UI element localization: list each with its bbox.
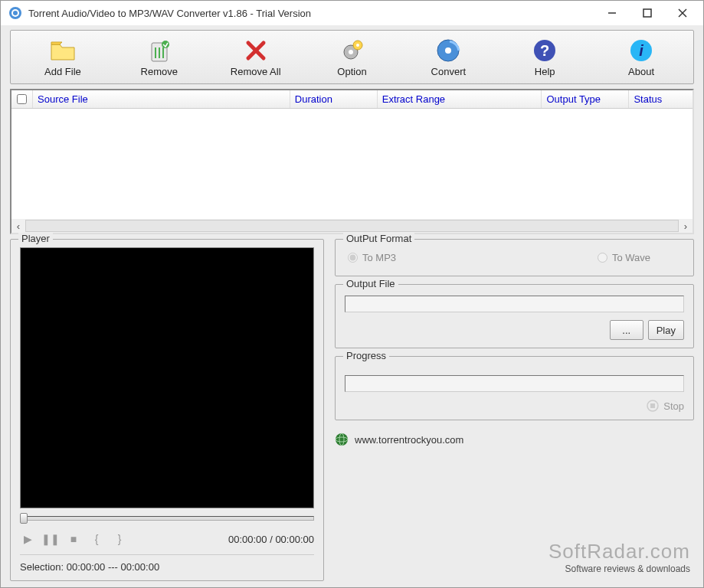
close-button[interactable]: [665, 2, 700, 24]
progress-bar: [345, 375, 684, 392]
seek-slider[interactable]: [20, 513, 314, 524]
output-file-panel: Output File ... Play: [335, 284, 694, 348]
gear-icon: [339, 37, 366, 64]
help-icon: ?: [531, 37, 558, 64]
pause-button[interactable]: ❚❚: [43, 531, 58, 547]
progress-legend: Progress: [343, 350, 389, 361]
select-all-checkbox[interactable]: [11, 90, 33, 108]
progress-panel: Progress Stop: [335, 356, 694, 420]
toolbar: Add File Remove Remove All Option Conver…: [10, 30, 694, 84]
titlebar: Torrent Audio/Video to MP3/WAV Converter…: [1, 1, 703, 25]
app-icon: [8, 6, 22, 20]
svg-point-2: [13, 11, 18, 15]
about-button[interactable]: i About: [597, 34, 686, 80]
svg-text:i: i: [639, 42, 643, 59]
scroll-right-icon[interactable]: ›: [679, 219, 693, 233]
mark-in-button[interactable]: {: [89, 531, 104, 547]
column-source[interactable]: Source File: [33, 90, 290, 108]
globe-icon: [335, 433, 349, 446]
svg-rect-22: [650, 403, 655, 408]
window-title: Torrent Audio/Video to MP3/WAV Converter…: [27, 8, 594, 19]
play-button[interactable]: ▶: [20, 531, 35, 547]
add-file-button[interactable]: Add File: [18, 34, 107, 80]
output-file-legend: Output File: [343, 278, 398, 289]
output-format-legend: OutPut Format: [343, 233, 414, 244]
selection-display: Selection: 00:00:00 --- 00:00:00: [20, 554, 314, 573]
svg-rect-4: [643, 9, 651, 17]
column-range[interactable]: Extract Range: [378, 90, 542, 108]
svg-point-23: [336, 433, 348, 446]
scroll-left-icon[interactable]: ‹: [11, 219, 25, 233]
x-icon: [242, 37, 270, 64]
svg-point-16: [445, 47, 451, 54]
list-body[interactable]: [11, 109, 693, 219]
mark-out-button[interactable]: }: [112, 531, 127, 547]
remove-button[interactable]: Remove: [115, 34, 204, 80]
option-button[interactable]: Option: [308, 34, 397, 80]
column-duration[interactable]: Duration: [290, 90, 378, 108]
play-output-button[interactable]: Play: [648, 320, 684, 340]
footer: www.torrentrockyou.com: [335, 433, 694, 446]
svg-point-12: [349, 50, 353, 54]
radio-wave[interactable]: To Wave: [598, 252, 650, 263]
column-output-type[interactable]: Output Type: [542, 90, 629, 108]
stop-playback-button[interactable]: ■: [66, 531, 81, 547]
video-preview[interactable]: [20, 247, 314, 508]
column-status[interactable]: Status: [629, 90, 693, 108]
convert-button[interactable]: Convert: [404, 34, 493, 80]
help-button[interactable]: ? Help: [500, 34, 589, 80]
player-panel: Player ▶ ❚❚ ■ { } 00:00:00 / 00:00:00 Se…: [10, 239, 324, 581]
recycle-icon: [146, 37, 173, 64]
svg-text:?: ?: [540, 42, 549, 59]
radio-mp3[interactable]: To MP3: [348, 252, 396, 263]
horizontal-scrollbar[interactable]: ‹ ›: [11, 219, 693, 233]
player-legend: Player: [18, 233, 53, 244]
folder-icon: [49, 37, 77, 64]
browse-button[interactable]: ...: [610, 320, 643, 340]
maximize-button[interactable]: [630, 2, 665, 24]
output-file-path: [345, 296, 684, 312]
time-display: 00:00:00 / 00:00:00: [228, 534, 314, 545]
website-link[interactable]: www.torrentrockyou.com: [355, 434, 463, 446]
svg-point-14: [356, 44, 359, 47]
output-format-panel: OutPut Format To MP3 To Wave: [335, 239, 694, 276]
minimize-button[interactable]: [594, 2, 630, 24]
disc-icon: [434, 37, 462, 64]
stop-icon: [647, 400, 659, 412]
file-list: Source File Duration Extract Range Outpu…: [10, 89, 694, 234]
info-icon: i: [627, 37, 655, 64]
remove-all-button[interactable]: Remove All: [211, 34, 300, 80]
stop-button[interactable]: Stop: [663, 400, 684, 412]
